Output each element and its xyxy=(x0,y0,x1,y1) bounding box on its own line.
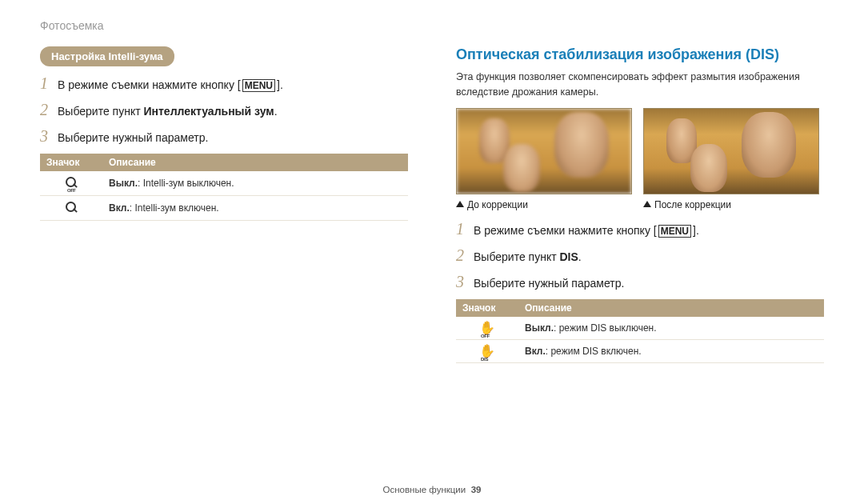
footer-section-name: Основные функции xyxy=(383,485,466,494)
table-header-row: Значок Описание xyxy=(456,299,824,317)
example-photos xyxy=(456,108,824,194)
step-item: 2 Выберите пункт Интеллектуальный зум. xyxy=(40,101,408,119)
hand-dis-icon: ✋DIS xyxy=(479,345,495,358)
section-description: Эта функция позволяет скомпенсировать эф… xyxy=(456,70,824,100)
step-item: 3 Выберите нужный параметр. xyxy=(456,273,824,291)
hand-off-icon: ✋OFF xyxy=(479,322,495,334)
section-heading-dis: Оптическая стабилизация изображения (DIS… xyxy=(456,46,824,63)
steps-list-right: 1 В режиме съемки нажмите кнопку [MENU].… xyxy=(456,220,824,291)
table-row: ✋OFF Выкл.: режим DIS выключен. xyxy=(456,317,824,340)
table-header-row: Значок Описание xyxy=(40,154,408,171)
step-text: Выберите пункт Интеллектуальный зум. xyxy=(58,105,278,118)
step-item: 1 В режиме съемки нажмите кнопку [MENU]. xyxy=(40,74,408,93)
step-number: 2 xyxy=(456,246,474,265)
zoom-off-icon: OFF xyxy=(64,176,78,190)
menu-button-icon: MENU xyxy=(242,79,275,92)
cell-icon: ✋OFF xyxy=(456,317,518,340)
cell-description: Выкл.: Intelli-зум выключен. xyxy=(102,171,408,196)
page-footer: Основные функции 39 xyxy=(0,485,864,494)
cell-description: Вкл.: режим DIS включен. xyxy=(518,339,824,362)
caption-after: После коррекции xyxy=(643,199,819,210)
menu-button-icon: MENU xyxy=(658,225,691,238)
step-item: 1 В режиме съемки нажмите кнопку [MENU]. xyxy=(456,220,824,238)
cell-description: Выкл.: режим DIS выключен. xyxy=(518,317,824,340)
cell-icon: OFF xyxy=(40,171,102,196)
page-number: 39 xyxy=(471,485,482,494)
options-table-right: Значок Описание ✋OFF Выкл.: режим DIS вы… xyxy=(456,299,824,363)
two-column-layout: Настройка Intelli-зума 1 В режиме съемки… xyxy=(40,46,824,363)
cell-icon: ✋DIS xyxy=(456,339,518,362)
photo-captions: До коррекции После коррекции xyxy=(456,199,824,210)
th-description: Описание xyxy=(102,154,408,171)
th-icon: Значок xyxy=(40,154,102,171)
caret-up-icon xyxy=(456,201,464,207)
chapter-title: Фотосъемка xyxy=(40,19,824,32)
step-number: 1 xyxy=(40,74,58,93)
step-number: 3 xyxy=(40,127,58,146)
cell-description: Вкл.: Intelli-зум включен. xyxy=(102,196,408,221)
manual-page: Фотосъемка Настройка Intelli-зума 1 В ре… xyxy=(0,0,864,504)
step-text: В режиме съемки нажмите кнопку [MENU]. xyxy=(474,224,699,238)
left-column: Настройка Intelli-зума 1 В режиме съемки… xyxy=(40,46,408,363)
step-item: 3 Выберите нужный параметр. xyxy=(40,127,408,146)
table-row: OFF Выкл.: Intelli-зум выключен. xyxy=(40,171,408,196)
options-table-left: Значок Описание OFF Выкл.: Intelli-зум в… xyxy=(40,154,408,221)
step-text: Выберите нужный параметр. xyxy=(58,131,208,144)
table-row: Вкл.: Intelli-зум включен. xyxy=(40,196,408,221)
section-pill-intelli-zoom: Настройка Intelli-зума xyxy=(40,46,174,66)
caption-before: До коррекции xyxy=(456,199,632,210)
th-description: Описание xyxy=(518,299,824,317)
th-icon: Значок xyxy=(456,299,518,317)
photo-before-correction xyxy=(456,108,632,194)
steps-list-left: 1 В режиме съемки нажмите кнопку [MENU].… xyxy=(40,74,408,146)
table-row: ✋DIS Вкл.: режим DIS включен. xyxy=(456,339,824,362)
step-text: Выберите пункт DIS. xyxy=(474,250,582,263)
zoom-on-icon xyxy=(64,201,78,215)
step-number: 1 xyxy=(456,220,474,238)
step-text: Выберите нужный параметр. xyxy=(474,277,624,290)
step-number: 3 xyxy=(456,273,474,291)
step-text: В режиме съемки нажмите кнопку [MENU]. xyxy=(58,78,283,92)
step-number: 2 xyxy=(40,101,58,119)
cell-icon xyxy=(40,196,102,221)
photo-after-correction xyxy=(643,108,819,194)
caret-up-icon xyxy=(643,201,651,207)
right-column: Оптическая стабилизация изображения (DIS… xyxy=(456,46,824,363)
step-item: 2 Выберите пункт DIS. xyxy=(456,246,824,265)
